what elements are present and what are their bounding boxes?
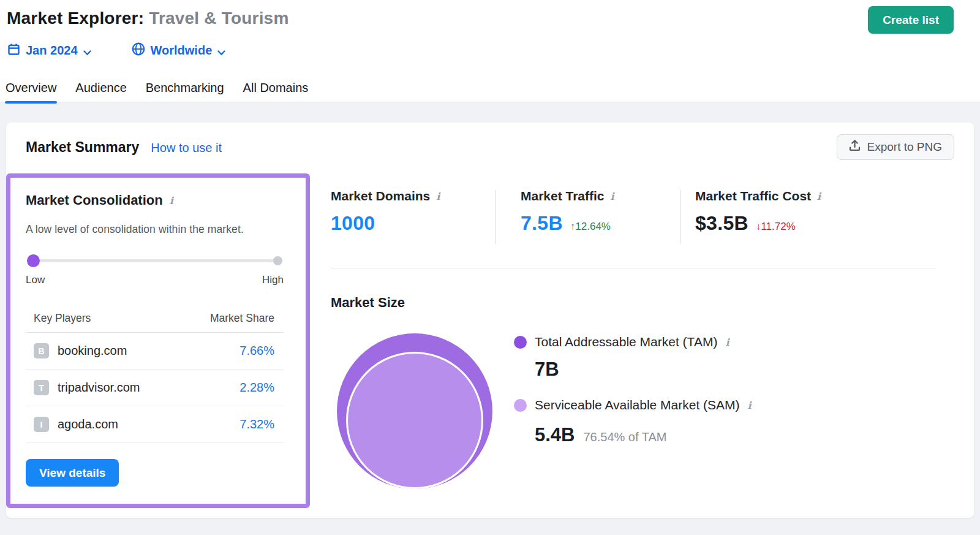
chevron-down-icon	[217, 45, 225, 59]
globe-icon	[132, 42, 145, 59]
market-size-title: Market Size	[331, 295, 405, 311]
slider-handle-low[interactable]	[27, 254, 40, 267]
key-players-table: Key Players Market Share B booking.com 7…	[26, 312, 284, 443]
consolidation-slider	[27, 254, 282, 267]
slider-track	[27, 259, 282, 262]
export-label: Export to PNG	[867, 140, 943, 154]
tab-all-domains[interactable]: All Domains	[243, 78, 309, 102]
divider	[331, 268, 936, 268]
col-market-share: Market Share	[210, 312, 274, 325]
info-icon[interactable]: i	[748, 400, 752, 411]
market-share-value[interactable]: 2.28%	[239, 381, 274, 395]
market-consolidation-panel: Market Consolidation i A low level of co…	[6, 173, 310, 508]
stat-market-traffic-cost: Market Traffic Cost i $3.5B ↓11.72%	[695, 189, 821, 235]
legend-sam: Serviceable Available Market (SAM) i	[514, 398, 752, 412]
consolidation-title: Market Consolidation	[26, 192, 163, 208]
export-to-png-button[interactable]: Export to PNG	[837, 134, 955, 160]
date-selector[interactable]: Jan 2024	[7, 43, 91, 59]
market-share-value[interactable]: 7.66%	[239, 344, 274, 358]
info-icon[interactable]: i	[817, 191, 821, 202]
chevron-down-icon	[83, 45, 91, 59]
domain-link[interactable]: tripadvisor.com	[58, 381, 140, 395]
sam-label: Serviceable Available Market (SAM)	[535, 398, 740, 412]
tab-overview[interactable]: Overview	[5, 78, 57, 102]
col-key-players: Key Players	[34, 312, 91, 325]
market-share-value[interactable]: 7.32%	[239, 417, 274, 431]
sam-circle	[346, 352, 483, 489]
date-label: Jan 2024	[26, 44, 78, 58]
create-list-button[interactable]: Create list	[868, 6, 954, 34]
tam-value: 7B	[535, 359, 559, 381]
info-icon[interactable]: i	[725, 336, 729, 348]
tam-dot-icon	[514, 336, 527, 349]
page-header: Market Explorer:Travel & Tourism Create …	[0, 0, 980, 102]
domain-link[interactable]: agoda.com	[58, 417, 118, 431]
legend-tam: Total Addressable Market (TAM) i	[514, 335, 729, 349]
stat-market-domains: Market Domains i 1000	[331, 189, 440, 235]
domain-link[interactable]: booking.com	[58, 344, 127, 358]
stat-label: Market Traffic	[521, 189, 605, 203]
favicon-agoda: I	[34, 417, 49, 432]
slider-high-label: High	[262, 274, 284, 286]
favicon-tripadvisor: T	[34, 380, 49, 395]
how-to-use-link[interactable]: How to use it	[151, 141, 222, 155]
stat-change-up: ↑12.64%	[570, 221, 611, 233]
table-row[interactable]: B booking.com 7.66%	[26, 333, 284, 370]
tab-bar: Overview Audience Benchmarking All Domai…	[5, 78, 309, 102]
page-title-prefix: Market Explorer:	[7, 9, 144, 28]
info-icon[interactable]: i	[611, 191, 614, 202]
slider-low-label: Low	[26, 274, 45, 286]
tab-benchmarking[interactable]: Benchmarking	[145, 78, 225, 102]
stat-value: $3.5B	[695, 212, 748, 235]
info-icon[interactable]: i	[170, 195, 173, 207]
divider	[495, 190, 496, 244]
stat-value: 1000	[331, 212, 375, 235]
market-stats-row: Market Domains i 1000 Market Traffic i 7…	[331, 189, 943, 247]
divider	[680, 190, 680, 244]
stat-market-traffic: Market Traffic i 7.5B ↑12.64%	[521, 189, 614, 235]
stat-change-down: ↓11.72%	[756, 221, 796, 233]
view-details-button[interactable]: View details	[26, 459, 119, 487]
card-title: Market Summary	[26, 139, 139, 156]
tab-audience[interactable]: Audience	[75, 78, 127, 102]
table-row[interactable]: T tripadvisor.com 2.28%	[26, 370, 284, 406]
page-title-market: Travel & Tourism	[149, 9, 288, 28]
region-label: Worldwide	[151, 44, 213, 58]
region-selector[interactable]: Worldwide	[132, 42, 226, 59]
favicon-booking: B	[34, 343, 49, 359]
consolidation-description: A low level of consolidation within the …	[26, 223, 284, 236]
page-title: Market Explorer:Travel & Tourism	[7, 9, 288, 28]
stat-value: 7.5B	[521, 212, 563, 235]
slider-handle-high[interactable]	[273, 256, 282, 265]
sam-value: 5.4B	[535, 424, 575, 446]
calendar-icon	[7, 43, 20, 59]
sam-percent-of-tam: 76.54% of TAM	[583, 430, 666, 444]
tam-label: Total Addressable Market (TAM)	[535, 335, 717, 349]
export-icon	[849, 140, 861, 154]
market-summary-card: Market Summary How to use it Export to P…	[6, 123, 974, 518]
stat-label: Market Domains	[331, 189, 430, 203]
info-icon[interactable]: i	[436, 191, 440, 202]
sam-dot-icon	[514, 399, 527, 412]
filters-row: Jan 2024 Worldwide	[7, 42, 225, 59]
table-row[interactable]: I agoda.com 7.32%	[26, 406, 284, 443]
stat-label: Market Traffic Cost	[695, 189, 811, 203]
